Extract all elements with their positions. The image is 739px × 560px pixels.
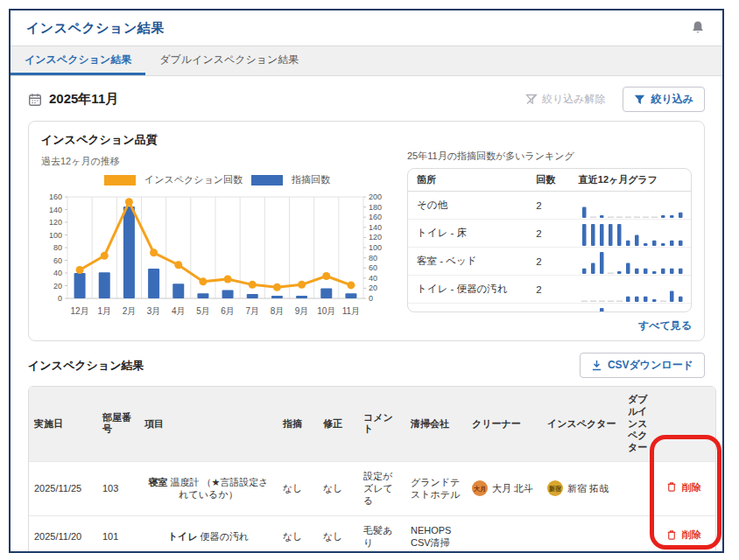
page-title: インスペクション結果 <box>26 20 165 37</box>
ranking-count: 2 <box>536 200 578 211</box>
cell-double-inspector <box>623 461 661 515</box>
cell-fix: なし <box>318 461 358 515</box>
ranking-panel: 25年11月の指摘回数が多いランキング 箇所 回数 直近12ヶ月グラフ その他2… <box>407 130 692 333</box>
ranking-header: 箇所 回数 直近12ヶ月グラフ <box>408 169 691 192</box>
column-header: 部屋番号 <box>97 387 139 461</box>
svg-text:40: 40 <box>369 274 377 283</box>
person-chip: 新宿新宿 拓哉 <box>547 480 617 496</box>
ranking-count: 2 <box>536 228 578 239</box>
svg-text:10月: 10月 <box>317 306 335 316</box>
ranking-sparkline-cell <box>579 248 682 275</box>
tab-bar: インスペクション結果 ダブルインスペクション結果 <box>11 46 722 76</box>
svg-text:9月: 9月 <box>295 306 309 316</box>
ranking-sparkline-cell <box>579 276 682 303</box>
ranking-title: 25年11月の指摘回数が多いランキング <box>407 150 692 163</box>
see-all-link[interactable]: すべて見る <box>407 318 692 333</box>
column-header: 実施日 <box>29 387 97 461</box>
inspection-quality-card: インスペクション品質 過去12ヶ月の推移 インスペクション回数指摘回数 0204… <box>28 121 705 341</box>
item-category: 寝室 <box>148 477 167 487</box>
clear-filter-button[interactable]: 絞り込み解除 <box>525 92 606 107</box>
trend-chart-panel: インスペクション品質 過去12ヶ月の推移 インスペクション回数指摘回数 0204… <box>41 130 393 333</box>
ranking-sparkline-cell <box>579 192 682 219</box>
cell-comment: 毛髪あり <box>358 515 405 553</box>
tab-double-inspection-results[interactable]: ダブルインスペクション結果 <box>145 46 313 75</box>
avatar: 新宿 <box>547 480 563 496</box>
person-chip: 大月大月 北斗 <box>472 480 537 496</box>
ranking-location: トイレ - 床 <box>417 227 536 240</box>
sparkline-chart <box>579 192 686 219</box>
column-header: クリーナー <box>467 387 542 461</box>
svg-text:140: 140 <box>369 223 382 232</box>
column-header: 指摘 <box>278 387 318 461</box>
person-name: 新宿 拓哉 <box>567 482 609 494</box>
legend-swatch-line <box>104 175 136 186</box>
cell-point: なし <box>278 461 318 515</box>
results-title: インスペクション結果 <box>28 358 144 374</box>
svg-text:60: 60 <box>53 256 62 265</box>
svg-text:4月: 4月 <box>172 306 186 316</box>
ranking-location: 客室 - ベッド <box>417 255 536 268</box>
download-icon <box>591 360 602 371</box>
app-window: インスペクション結果 インスペクション結果 ダブルインスペクション結果 2025… <box>9 9 724 553</box>
svg-text:80: 80 <box>53 243 62 252</box>
cell-item: 寝室 温度計 （★言語設定されているか） <box>139 461 278 515</box>
svg-text:7月: 7月 <box>245 306 259 316</box>
cell-cleaner: 大月大月 北斗 <box>467 461 542 515</box>
svg-text:40: 40 <box>53 269 62 277</box>
selected-month[interactable]: 2025年11月 <box>49 91 118 108</box>
ranking-sparkline-cell <box>579 304 682 312</box>
cell-item: トイレ 便器の汚れ <box>139 515 278 553</box>
sparkline-chart <box>579 276 686 303</box>
item-category: トイレ <box>168 531 198 542</box>
cell-date: 2025/11/20 <box>29 515 97 553</box>
svg-text:140: 140 <box>49 206 62 214</box>
svg-text:160: 160 <box>49 192 62 201</box>
results-section-header: インスペクション結果 CSVダウンロード <box>28 353 705 378</box>
calendar-icon[interactable] <box>28 93 42 107</box>
title-bar: インスペクション結果 <box>11 10 722 46</box>
sparkline-chart <box>579 248 686 275</box>
chart-legend: インスペクション回数指摘回数 <box>41 173 393 186</box>
ranking-row: トイレ - 床2 <box>408 220 691 248</box>
csv-download-button[interactable]: CSVダウンロード <box>580 353 705 378</box>
tab-inspection-results[interactable]: インスペクション結果 <box>11 46 145 75</box>
delete-button[interactable]: 削除 <box>666 481 701 494</box>
svg-text:6月: 6月 <box>221 306 235 316</box>
svg-text:60: 60 <box>369 263 377 272</box>
svg-text:0: 0 <box>58 294 62 303</box>
content-area: 2025年11月 絞り込み解除 絞り込み インスペクショ <box>11 76 722 553</box>
month-selector-row: 2025年11月 絞り込み解除 絞り込み <box>28 83 705 121</box>
column-header: 清掃会社 <box>405 387 467 461</box>
svg-text:11月: 11月 <box>342 306 360 316</box>
sparkline-chart <box>579 304 686 312</box>
cell-company: NEHOPS CSV清掃 <box>405 515 467 553</box>
svg-text:120: 120 <box>369 233 382 242</box>
person-name: 大月 北斗 <box>492 482 533 494</box>
filter-button[interactable]: 絞り込み <box>623 87 705 112</box>
sparkline-chart <box>579 220 686 247</box>
cell-inspector <box>542 515 623 553</box>
cell-inspector: 新宿新宿 拓哉 <box>542 461 623 515</box>
column-header: 修正 <box>318 387 358 461</box>
delete-label: 削除 <box>682 528 701 541</box>
quality-card-title: インスペクション品質 <box>41 132 393 148</box>
ranking-count: 2 <box>536 284 578 295</box>
ranking-row: トイレ - 便器の汚れ2 <box>408 276 691 304</box>
column-header: ダブルインスペクター <box>623 387 661 461</box>
svg-text:2月: 2月 <box>123 306 137 316</box>
trash-icon <box>666 481 677 493</box>
legend-label: 指摘回数 <box>292 173 330 186</box>
trend-combo-chart: 0204060801001201401600204060801001201401… <box>41 188 393 326</box>
column-header: 項目 <box>139 387 278 461</box>
table-row: 2025/11/25103寝室 温度計 （★言語設定されているか）なしなし設定が… <box>29 461 715 515</box>
svg-text:100: 100 <box>49 231 62 240</box>
ranking-row: 客室 - ベッド2 <box>408 248 691 276</box>
svg-text:3月: 3月 <box>147 306 161 316</box>
column-header: インスペクター <box>542 387 623 461</box>
column-header: コメント <box>358 387 405 461</box>
notification-bell-icon[interactable] <box>689 19 707 37</box>
svg-text:80: 80 <box>369 254 377 262</box>
results-table: 実施日部屋番号項目指摘修正コメント清掃会社クリーナーインスペクターダブルインスペ… <box>28 386 716 553</box>
cell-comment: 設定がズレてる <box>358 461 405 515</box>
delete-button[interactable]: 削除 <box>666 528 701 541</box>
